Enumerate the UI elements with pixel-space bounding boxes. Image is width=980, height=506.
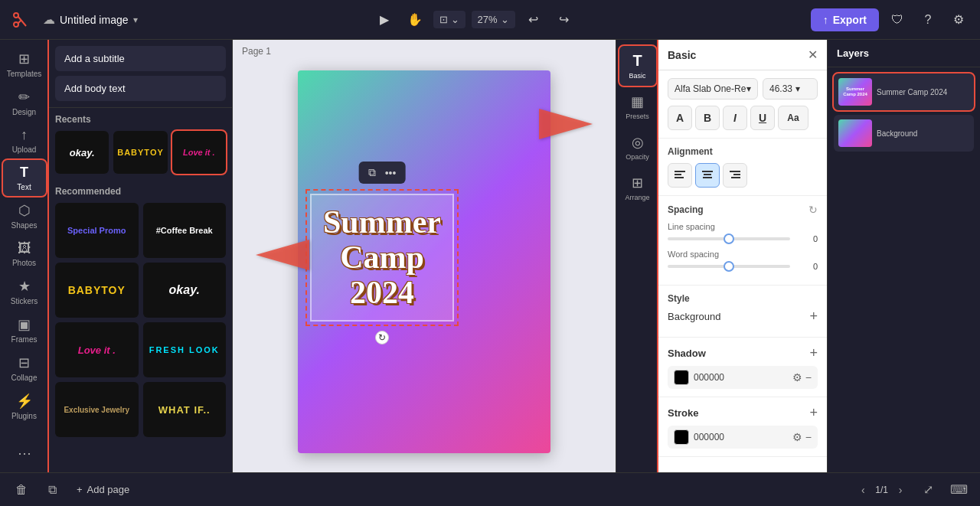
- delete-button[interactable]: 🗑: [9, 478, 34, 502]
- format-a-button[interactable]: A: [668, 106, 692, 130]
- shadow-color-swatch[interactable]: [674, 370, 689, 385]
- sidebar-item-plugins[interactable]: ⚡ Plugins: [3, 388, 46, 425]
- format-italic-button[interactable]: I: [723, 106, 747, 130]
- props-close-button[interactable]: ✕: [808, 47, 818, 62]
- align-left-button[interactable]: [668, 163, 692, 188]
- add-page-button[interactable]: + Add page: [70, 481, 136, 498]
- shield-button[interactable]: 🛡: [885, 8, 910, 32]
- layers-panel: Layers Summer Camp 2024 Summer Camp 2024…: [827, 40, 980, 472]
- settings-button[interactable]: ⚙: [946, 8, 971, 32]
- format-underline-button[interactable]: U: [750, 106, 775, 130]
- pan-button[interactable]: ✋: [403, 8, 427, 32]
- add-body-button[interactable]: Add body text: [55, 76, 226, 101]
- frame-label: ⌄: [451, 14, 459, 25]
- shadow-controls: ⚙ −: [792, 371, 812, 384]
- layers-list: Summer Camp 2024 Summer Camp 2024 Backgr…: [828, 67, 980, 158]
- sidebar-item-photos[interactable]: 🖼 Photos: [3, 236, 46, 272]
- rec-what-if[interactable]: WHAT IF..: [143, 382, 227, 437]
- format-bold-button[interactable]: B: [695, 106, 720, 130]
- shadow-section: Shadow + 000000 ⚙ −: [658, 338, 827, 397]
- word-spacing-slider[interactable]: [668, 265, 790, 268]
- rotate-handle[interactable]: ↻: [375, 331, 389, 344]
- vtab-arrange[interactable]: ⊞ Arrange: [619, 168, 656, 207]
- shadow-remove-button[interactable]: −: [805, 371, 812, 384]
- duplicate-button[interactable]: ⧉: [40, 478, 64, 502]
- spacing-refresh-button[interactable]: ↻: [808, 204, 818, 216]
- recent-okay[interactable]: okay.: [55, 131, 109, 174]
- keyboard-button[interactable]: ⌨: [946, 478, 971, 502]
- font-size-value: 46.33: [769, 83, 792, 94]
- rec-fresh-look[interactable]: FRESH LOOK: [143, 322, 227, 377]
- rec-coffee-break[interactable]: #Coffee Break: [143, 203, 227, 258]
- sidebar-item-stickers[interactable]: ★ Stickers: [3, 273, 46, 310]
- vtab-presets[interactable]: ▦ Presets: [619, 87, 656, 126]
- sidebar-item-text[interactable]: T Text: [3, 160, 46, 196]
- stroke-remove-button[interactable]: −: [805, 431, 812, 443]
- text-line1: Summer: [323, 204, 441, 240]
- text-element-wrapper[interactable]: Summer Camp 2024: [305, 189, 459, 326]
- rec-babytoy[interactable]: BABYTOY: [55, 263, 139, 318]
- sidebar-item-shapes[interactable]: ⬡ Shapes: [3, 198, 46, 234]
- sidebar-item-templates[interactable]: ⊞ Templates: [3, 46, 46, 83]
- export-button[interactable]: ↑ Export: [811, 8, 879, 31]
- add-stroke-button[interactable]: +: [809, 405, 818, 421]
- font-size-selector[interactable]: 46.33 ▾: [763, 78, 818, 100]
- add-shadow-button[interactable]: +: [809, 345, 818, 361]
- more-options-button[interactable]: •••: [382, 165, 400, 181]
- stroke-settings-button[interactable]: ⚙: [792, 431, 802, 443]
- text-panel-scroll: Recents okay. BABYTOY Love it . Recommen…: [49, 108, 232, 472]
- redo-button[interactable]: ↪: [552, 8, 577, 32]
- present-button[interactable]: ▶: [372, 8, 397, 32]
- rec-loveit[interactable]: Love it .: [55, 322, 139, 377]
- next-page-button[interactable]: ›: [891, 481, 910, 499]
- layer-background[interactable]: Background: [834, 115, 974, 152]
- add-subtitle-button[interactable]: Add a subtitle: [55, 46, 226, 71]
- rec-exclusive[interactable]: Exclusive Jewelry: [55, 382, 139, 437]
- copy-style-button[interactable]: ⧉: [365, 165, 379, 181]
- align-center-button[interactable]: [695, 163, 720, 188]
- canvas-frame[interactable]: ⧉ ••• Summer Camp 2024 ↻: [298, 70, 550, 453]
- expand-button[interactable]: ⤢: [916, 478, 940, 502]
- stroke-color-swatch[interactable]: [674, 429, 689, 445]
- vtab-basic[interactable]: T Basic: [619, 46, 656, 86]
- layers-header: Layers: [828, 40, 980, 67]
- sidebar-item-frames[interactable]: ▣ Frames: [3, 312, 46, 348]
- rec-special-promo[interactable]: Special Promo: [55, 203, 139, 258]
- arrow-right: [539, 101, 600, 150]
- vtab-opacity[interactable]: ◎ Opacity: [619, 128, 656, 167]
- rec-okay[interactable]: okay.: [143, 263, 227, 318]
- text-element-container[interactable]: ⧉ ••• Summer Camp 2024 ↻: [305, 189, 459, 326]
- plugins-icon: ⚡: [16, 393, 33, 410]
- align-right-button[interactable]: [723, 163, 747, 188]
- font-selector[interactable]: Alfa Slab One-Re ▾: [668, 78, 758, 100]
- format-row: A B I U Aa: [668, 106, 818, 130]
- recent-loveit[interactable]: Love it .: [172, 131, 226, 174]
- sidebar-item-upload[interactable]: ↑ Upload: [3, 122, 46, 158]
- collage-label: Collage: [11, 374, 38, 382]
- help-button[interactable]: ?: [916, 8, 940, 32]
- zoom-control[interactable]: 27% ⌄: [472, 11, 515, 28]
- shadow-label: Shadow: [668, 348, 706, 359]
- layer-text[interactable]: Summer Camp 2024 Summer Camp 2024: [834, 73, 974, 110]
- recent-babytoy[interactable]: BABYTOY: [113, 131, 167, 174]
- sidebar-icons: ⊞ Templates ✏ Design ↑ Upload T Text ⬡ S…: [0, 40, 49, 472]
- frame-dropdown[interactable]: ⊡ ⌄: [433, 11, 466, 28]
- app-logo[interactable]: [9, 9, 31, 31]
- stroke-label: Stroke: [668, 407, 698, 419]
- format-aa-button[interactable]: Aa: [778, 106, 808, 130]
- summer-camp-text[interactable]: Summer Camp 2024: [310, 194, 454, 322]
- line-spacing-slider[interactable]: [668, 237, 790, 240]
- sidebar-item-design[interactable]: ✏ Design: [3, 84, 46, 121]
- title-chevron[interactable]: ▾: [133, 15, 138, 25]
- undo-button[interactable]: ↩: [521, 8, 546, 32]
- add-background-button[interactable]: +: [809, 308, 818, 325]
- style-section: Style Background +: [658, 286, 827, 338]
- shadow-settings-button[interactable]: ⚙: [792, 371, 802, 384]
- sidebar-item-more[interactable]: ⋯: [3, 440, 46, 466]
- sidebar-item-collage[interactable]: ⊟ Collage: [3, 350, 46, 387]
- text-line3: 2024: [350, 275, 414, 310]
- photos-icon: 🖼: [18, 240, 31, 256]
- prev-page-button[interactable]: ‹: [854, 481, 872, 499]
- document-title[interactable]: Untitled image: [60, 14, 129, 26]
- line-spacing-label: Line spacing: [668, 222, 715, 231]
